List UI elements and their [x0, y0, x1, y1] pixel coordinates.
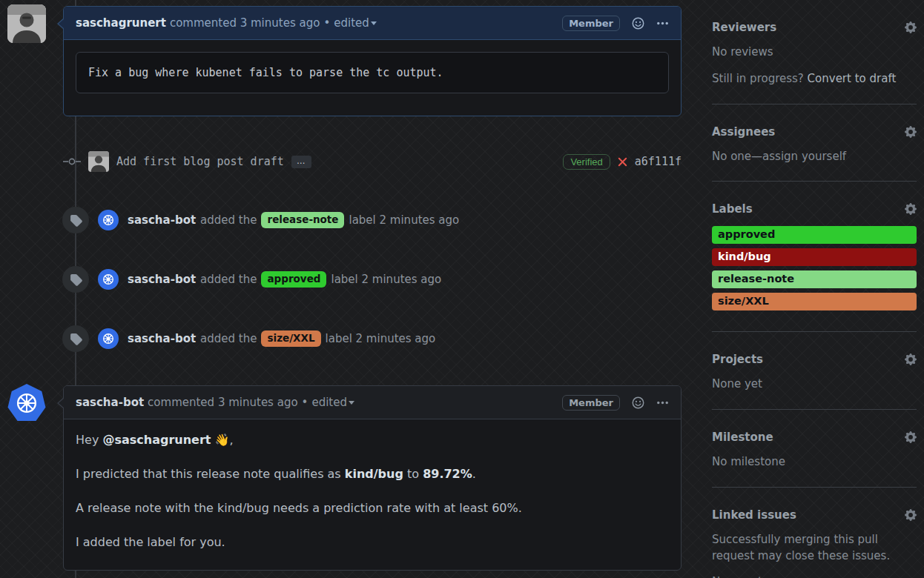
timeline-event-label-added: sascha-bot added the size/XXL label 2 mi…: [62, 325, 682, 352]
comment-options-button[interactable]: [656, 17, 669, 30]
sidebar-section-linked-issues: Linked issues Successfully merging this …: [712, 488, 917, 578]
person-avatar-image: [7, 4, 46, 43]
comment-paragraph: I added the label for you.: [76, 534, 669, 551]
comment-header: saschagrunert commented 3 minutes ago • …: [64, 7, 681, 40]
label-chip[interactable]: release-note: [261, 212, 344, 227]
comment-header: sascha-bot commented 3 minutes ago • edi…: [64, 386, 681, 419]
release-note-code-block: Fix a bug where kubenet fails to parse t…: [76, 52, 669, 93]
status-failed-x-icon[interactable]: [617, 156, 628, 167]
bot-comment: sascha-bot commented 3 minutes ago • edi…: [63, 385, 682, 571]
gear-icon[interactable]: [905, 431, 917, 443]
user-mention-link[interactable]: @saschagrunert: [102, 433, 211, 447]
smiley-icon: [632, 17, 644, 30]
comment-paragraph: I predicted that this release note quali…: [76, 465, 669, 483]
sidebar-label-chip[interactable]: release-note: [712, 270, 917, 288]
author-avatar[interactable]: [7, 4, 46, 43]
sidebar-section-assignees: Assignees No one—assign yourself: [712, 104, 917, 182]
section-title: Milestone: [712, 431, 773, 444]
section-title: Linked issues: [712, 508, 796, 522]
bot-avatar-large[interactable]: [7, 384, 46, 422]
edited-dropdown[interactable]: edited: [311, 396, 354, 409]
person-avatar-image: [88, 151, 109, 172]
sidebar-section-labels: Labels approved kind/bug release-note si…: [712, 182, 917, 332]
comment-body: Hey @saschagrunert 👋, I predicted that t…: [64, 419, 681, 563]
event-author-link[interactable]: sascha-bot: [128, 273, 196, 286]
gear-icon[interactable]: [905, 203, 917, 215]
sidebar-section-reviewers: Reviewers No reviews Still in progress? …: [712, 0, 917, 104]
sidebar-label-chip[interactable]: kind/bug: [712, 248, 917, 266]
kebab-menu-icon: [656, 396, 669, 409]
member-badge: Member: [562, 16, 620, 31]
section-title: Assignees: [712, 125, 775, 139]
kubernetes-wheel-icon: [14, 391, 39, 416]
kubernetes-wheel-icon: [102, 332, 115, 345]
bot-avatar[interactable]: [98, 269, 119, 290]
event-author-link[interactable]: sascha-bot: [128, 213, 196, 227]
sidebar-label-chip[interactable]: approved: [712, 226, 917, 244]
comment-paragraph: A release note with the kind/bug needs a…: [76, 499, 669, 517]
sidebar-section-milestone: Milestone No milestone: [712, 410, 917, 488]
convert-to-draft-link[interactable]: Convert to draft: [808, 72, 897, 85]
section-title: Reviewers: [712, 21, 776, 34]
section-title: Labels: [712, 202, 753, 216]
add-reaction-button[interactable]: [632, 17, 644, 30]
linked-issues-description: Successfully merging this pull request m…: [712, 532, 917, 565]
comment-author-link[interactable]: saschagrunert: [76, 16, 166, 30]
gear-icon[interactable]: [905, 509, 917, 521]
add-reaction-button[interactable]: [632, 396, 644, 409]
milestone-empty-text: No milestone: [712, 454, 917, 471]
timeline-commit-row: Add first blog post draft … Verified a6f…: [63, 148, 682, 175]
tag-icon: [70, 273, 82, 286]
pr-sidebar: Reviewers No reviews Still in progress? …: [712, 0, 917, 578]
projects-empty-text: None yet: [712, 376, 917, 393]
commit-message-link[interactable]: Add first blog post draft: [116, 155, 284, 168]
comment-meta: commented 3 minutes ago: [148, 396, 297, 409]
verified-badge[interactable]: Verified: [563, 154, 610, 170]
pull-request-conversation-page: saschagrunert commented 3 minutes ago • …: [0, 0, 924, 578]
comment-body: Fix a bug where kubenet fails to parse t…: [64, 40, 681, 105]
edited-dropdown[interactable]: edited: [334, 16, 377, 30]
commit-expand-button[interactable]: …: [291, 156, 311, 168]
section-title: Projects: [712, 353, 763, 366]
commit-sha-link[interactable]: a6f111f: [635, 155, 682, 168]
chevron-down-icon: [371, 21, 377, 25]
git-commit-icon: [63, 156, 81, 167]
gear-icon[interactable]: [905, 353, 917, 365]
meta-dot: •: [323, 16, 330, 30]
pr-description-comment: saschagrunert commented 3 minutes ago • …: [63, 6, 682, 116]
linked-issues-empty-text: None yet: [712, 574, 917, 578]
timeline-event-label-added: sascha-bot added the release-note label …: [62, 207, 682, 233]
bot-avatar[interactable]: [98, 328, 119, 349]
kubernetes-wheel-icon: [102, 273, 115, 286]
comment-meta: commented 3 minutes ago: [170, 16, 320, 30]
sidebar-label-chip[interactable]: size/XXL: [712, 293, 917, 310]
event-author-link[interactable]: sascha-bot: [128, 332, 196, 345]
bot-avatar[interactable]: [98, 210, 119, 230]
label-chip[interactable]: approved: [261, 271, 326, 287]
smiley-icon: [632, 396, 644, 409]
assign-yourself-link[interactable]: assign yourself: [762, 150, 846, 163]
member-badge: Member: [562, 395, 620, 411]
label-chip[interactable]: size/XXL: [261, 330, 320, 346]
reviewers-empty-text: No reviews: [712, 44, 917, 61]
comment-paragraph: Hey @saschagrunert 👋,: [76, 431, 669, 449]
chevron-down-icon: [349, 401, 354, 405]
comment-author-link[interactable]: sascha-bot: [76, 396, 144, 409]
kebab-menu-icon: [656, 17, 669, 30]
timeline-event-label-added: sascha-bot added the approved label 2 mi…: [62, 266, 682, 293]
tag-icon: [70, 214, 82, 227]
comment-options-button[interactable]: [656, 396, 669, 409]
tag-icon: [70, 333, 82, 345]
gear-icon[interactable]: [905, 21, 917, 33]
gear-icon[interactable]: [905, 126, 917, 138]
commit-author-avatar[interactable]: [88, 151, 109, 172]
kubernetes-wheel-icon: [102, 213, 115, 227]
meta-dot: •: [302, 396, 308, 409]
sidebar-section-projects: Projects None yet: [712, 332, 917, 410]
